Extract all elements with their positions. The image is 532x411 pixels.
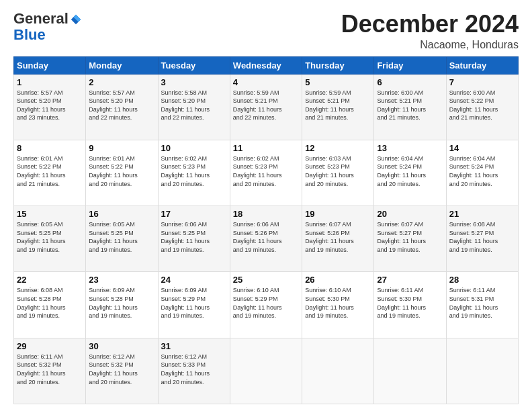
- day-info: Sunrise: 6:07 AM Sunset: 5:26 PM Dayligh…: [305, 220, 371, 254]
- calendar-cell: 7Sunrise: 6:00 AM Sunset: 5:22 PM Daylig…: [446, 74, 518, 140]
- calendar-cell: 19Sunrise: 6:07 AM Sunset: 5:26 PM Dayli…: [302, 206, 374, 272]
- day-info: Sunrise: 5:57 AM Sunset: 5:20 PM Dayligh…: [89, 89, 154, 122]
- day-info: Sunrise: 6:11 AM Sunset: 5:32 PM Dayligh…: [17, 353, 83, 386]
- logo-icon: [70, 13, 82, 26]
- day-number: 21: [449, 209, 515, 219]
- calendar-cell: 2Sunrise: 5:57 AM Sunset: 5:20 PM Daylig…: [86, 74, 158, 140]
- calendar-cell: 29Sunrise: 6:11 AM Sunset: 5:32 PM Dayli…: [14, 338, 86, 404]
- location: Nacaome, Honduras: [341, 39, 519, 51]
- day-info: Sunrise: 6:05 AM Sunset: 5:25 PM Dayligh…: [17, 220, 83, 254]
- day-info: Sunrise: 5:58 AM Sunset: 5:20 PM Dayligh…: [161, 89, 227, 122]
- calendar-cell: 15Sunrise: 6:05 AM Sunset: 5:25 PM Dayli…: [14, 206, 86, 272]
- calendar-cell: 11Sunrise: 6:02 AM Sunset: 5:23 PM Dayli…: [230, 140, 302, 205]
- calendar-cell: [374, 338, 446, 404]
- calendar-cell: 23Sunrise: 6:09 AM Sunset: 5:28 PM Dayli…: [86, 272, 158, 338]
- calendar-cell: 18Sunrise: 6:06 AM Sunset: 5:26 PM Dayli…: [230, 206, 302, 272]
- day-info: Sunrise: 6:06 AM Sunset: 5:26 PM Dayligh…: [233, 220, 299, 254]
- day-info: Sunrise: 6:02 AM Sunset: 5:23 PM Dayligh…: [161, 154, 227, 188]
- calendar-cell: 17Sunrise: 6:06 AM Sunset: 5:25 PM Dayli…: [158, 206, 230, 272]
- day-info: Sunrise: 6:06 AM Sunset: 5:25 PM Dayligh…: [161, 220, 227, 254]
- day-info: Sunrise: 6:10 AM Sunset: 5:29 PM Dayligh…: [233, 286, 299, 320]
- calendar-header-row: SundayMondayTuesdayWednesdayThursdayFrid…: [14, 56, 519, 74]
- day-number: 24: [161, 275, 227, 285]
- day-number: 26: [305, 275, 371, 285]
- calendar-cell: 22Sunrise: 6:08 AM Sunset: 5:28 PM Dayli…: [14, 272, 86, 338]
- day-info: Sunrise: 6:11 AM Sunset: 5:30 PM Dayligh…: [377, 286, 443, 320]
- header: General Blue December 2024 Nacaome, Hond…: [13, 11, 519, 51]
- day-info: Sunrise: 6:04 AM Sunset: 5:24 PM Dayligh…: [377, 154, 443, 188]
- calendar-cell: 28Sunrise: 6:11 AM Sunset: 5:31 PM Dayli…: [446, 272, 518, 338]
- col-header-friday: Friday: [374, 56, 446, 74]
- calendar-cell: 10Sunrise: 6:02 AM Sunset: 5:23 PM Dayli…: [158, 140, 230, 205]
- day-info: Sunrise: 6:00 AM Sunset: 5:21 PM Dayligh…: [377, 89, 443, 122]
- col-header-sunday: Sunday: [14, 56, 86, 74]
- calendar-week-5: 29Sunrise: 6:11 AM Sunset: 5:32 PM Dayli…: [14, 338, 519, 404]
- day-info: Sunrise: 6:05 AM Sunset: 5:25 PM Dayligh…: [89, 220, 154, 254]
- day-number: 15: [17, 209, 83, 219]
- day-number: 17: [161, 209, 227, 219]
- calendar-cell: 25Sunrise: 6:10 AM Sunset: 5:29 PM Dayli…: [230, 272, 302, 338]
- calendar-cell: [302, 338, 374, 404]
- calendar-cell: 6Sunrise: 6:00 AM Sunset: 5:21 PM Daylig…: [374, 74, 446, 140]
- day-number: 3: [161, 77, 227, 87]
- day-info: Sunrise: 5:57 AM Sunset: 5:20 PM Dayligh…: [17, 89, 83, 122]
- day-info: Sunrise: 6:01 AM Sunset: 5:22 PM Dayligh…: [89, 154, 154, 188]
- day-info: Sunrise: 6:02 AM Sunset: 5:23 PM Dayligh…: [233, 154, 299, 188]
- day-number: 7: [449, 77, 515, 87]
- day-info: Sunrise: 5:59 AM Sunset: 5:21 PM Dayligh…: [233, 89, 299, 122]
- day-number: 1: [17, 77, 83, 87]
- day-info: Sunrise: 6:09 AM Sunset: 5:28 PM Dayligh…: [89, 286, 154, 320]
- calendar-week-2: 8Sunrise: 6:01 AM Sunset: 5:22 PM Daylig…: [14, 140, 519, 205]
- day-number: 10: [161, 143, 227, 153]
- calendar-cell: 4Sunrise: 5:59 AM Sunset: 5:21 PM Daylig…: [230, 74, 302, 140]
- day-number: 25: [233, 275, 299, 285]
- logo-general: General: [13, 10, 69, 27]
- calendar-cell: 21Sunrise: 6:08 AM Sunset: 5:27 PM Dayli…: [446, 206, 518, 272]
- day-number: 5: [305, 77, 371, 87]
- calendar-cell: 5Sunrise: 5:59 AM Sunset: 5:21 PM Daylig…: [302, 74, 374, 140]
- day-info: Sunrise: 6:08 AM Sunset: 5:28 PM Dayligh…: [17, 286, 83, 320]
- day-number: 12: [305, 143, 371, 153]
- title-block: December 2024 Nacaome, Honduras: [341, 11, 519, 51]
- logo: General Blue: [13, 11, 82, 43]
- calendar-week-1: 1Sunrise: 5:57 AM Sunset: 5:20 PM Daylig…: [14, 74, 519, 140]
- day-number: 11: [233, 143, 299, 153]
- day-info: Sunrise: 6:10 AM Sunset: 5:30 PM Dayligh…: [305, 286, 371, 320]
- day-number: 20: [377, 209, 443, 219]
- day-number: 16: [89, 209, 154, 219]
- day-number: 18: [233, 209, 299, 219]
- calendar-cell: [446, 338, 518, 404]
- day-info: Sunrise: 5:59 AM Sunset: 5:21 PM Dayligh…: [305, 89, 371, 122]
- day-number: 23: [89, 275, 154, 285]
- logo-blue: Blue: [13, 26, 46, 43]
- day-info: Sunrise: 6:12 AM Sunset: 5:32 PM Dayligh…: [89, 353, 154, 386]
- day-number: 30: [89, 341, 154, 351]
- day-info: Sunrise: 6:11 AM Sunset: 5:31 PM Dayligh…: [449, 286, 515, 320]
- day-number: 31: [161, 341, 227, 351]
- day-number: 2: [89, 77, 154, 87]
- calendar-cell: 26Sunrise: 6:10 AM Sunset: 5:30 PM Dayli…: [302, 272, 374, 338]
- calendar-cell: 14Sunrise: 6:04 AM Sunset: 5:24 PM Dayli…: [446, 140, 518, 205]
- day-number: 4: [233, 77, 299, 87]
- day-number: 22: [17, 275, 83, 285]
- calendar-cell: 12Sunrise: 6:03 AM Sunset: 5:23 PM Dayli…: [302, 140, 374, 205]
- calendar-cell: 30Sunrise: 6:12 AM Sunset: 5:32 PM Dayli…: [86, 338, 158, 404]
- calendar-cell: 31Sunrise: 6:12 AM Sunset: 5:33 PM Dayli…: [158, 338, 230, 404]
- day-info: Sunrise: 6:09 AM Sunset: 5:29 PM Dayligh…: [161, 286, 227, 320]
- calendar-cell: 20Sunrise: 6:07 AM Sunset: 5:27 PM Dayli…: [374, 206, 446, 272]
- col-header-monday: Monday: [86, 56, 158, 74]
- day-number: 19: [305, 209, 371, 219]
- col-header-thursday: Thursday: [302, 56, 374, 74]
- day-info: Sunrise: 6:01 AM Sunset: 5:22 PM Dayligh…: [17, 154, 83, 188]
- day-number: 29: [17, 341, 83, 351]
- day-info: Sunrise: 6:03 AM Sunset: 5:23 PM Dayligh…: [305, 154, 371, 188]
- calendar-cell: 24Sunrise: 6:09 AM Sunset: 5:29 PM Dayli…: [158, 272, 230, 338]
- calendar-week-3: 15Sunrise: 6:05 AM Sunset: 5:25 PM Dayli…: [14, 206, 519, 272]
- calendar-page: General Blue December 2024 Nacaome, Hond…: [0, 0, 532, 411]
- calendar-cell: 3Sunrise: 5:58 AM Sunset: 5:20 PM Daylig…: [158, 74, 230, 140]
- calendar-cell: 27Sunrise: 6:11 AM Sunset: 5:30 PM Dayli…: [374, 272, 446, 338]
- day-info: Sunrise: 6:08 AM Sunset: 5:27 PM Dayligh…: [449, 220, 515, 254]
- day-number: 27: [377, 275, 443, 285]
- day-info: Sunrise: 6:07 AM Sunset: 5:27 PM Dayligh…: [377, 220, 443, 254]
- col-header-saturday: Saturday: [446, 56, 518, 74]
